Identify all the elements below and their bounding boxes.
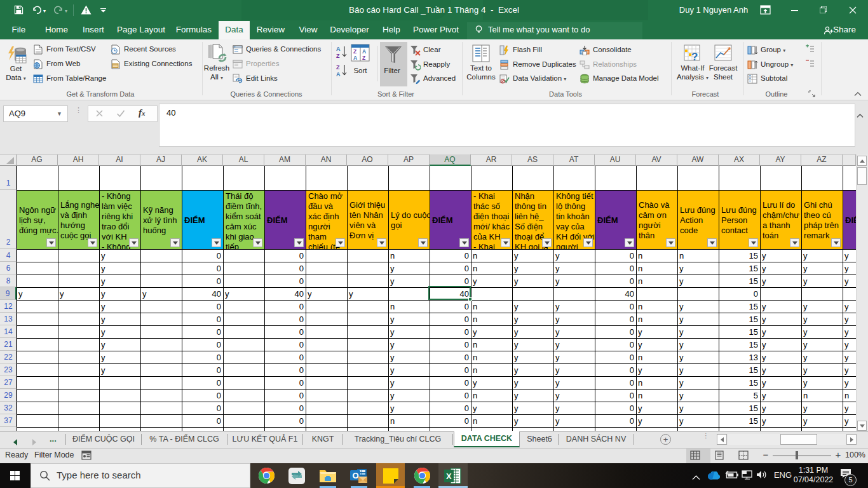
svg-text:A: A	[353, 55, 357, 61]
svg-text:X: X	[446, 471, 452, 481]
svg-text:?: ?	[691, 51, 698, 63]
svg-text:Z: Z	[362, 55, 365, 61]
svg-text:Z: Z	[353, 48, 356, 55]
svg-text:Z: Z	[336, 53, 340, 59]
svg-text:A: A	[336, 46, 341, 52]
svg-text:A: A	[362, 48, 366, 55]
svg-text:O: O	[352, 471, 358, 480]
